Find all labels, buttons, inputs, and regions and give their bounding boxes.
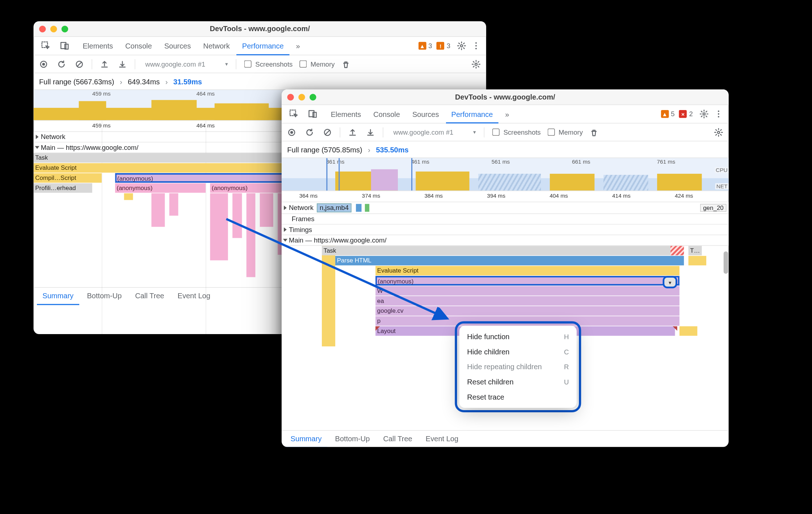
flame-entry-menu-button[interactable] [663,276,677,288]
flame-bar-anonymous-selected[interactable]: (anonymous) [375,276,680,285]
info-badge[interactable]: !3 [437,42,450,50]
tab-call-tree[interactable]: Call Tree [378,430,418,447]
window-zoom-icon[interactable] [310,94,316,101]
menu-hide-children[interactable]: Hide childrenC [459,344,577,359]
flame-bar-ea[interactable]: ea [375,296,680,306]
menu-reset-trace[interactable]: Reset trace [459,389,577,405]
warnings-badge[interactable]: ▲5 [661,110,674,118]
screenshots-toggle[interactable]: Screenshots [242,59,293,69]
overview-net-label: NET [715,183,729,189]
overview-selection-handle[interactable] [326,158,340,191]
tab-elements[interactable]: Elements [325,105,367,123]
flame-bar-task[interactable]: Task [322,246,670,255]
breadcrumb-full[interactable]: Full range (5667.63ms) [39,78,114,86]
flame-bar-w[interactable]: W [375,286,680,295]
flame-bar-evaluate-script[interactable]: Evaluate Script [375,266,680,275]
warnings-badge[interactable]: ▲3 [418,42,432,50]
screenshots-toggle[interactable]: Screenshots [490,127,541,137]
track-timings[interactable]: Timings [282,224,729,235]
window-minimize-icon[interactable] [50,25,57,32]
memory-toggle[interactable]: Memory [297,59,335,69]
errors-badge[interactable]: ×2 [679,110,693,118]
flame-bar-anonymous[interactable]: (anonymous) [115,183,206,193]
tab-console[interactable]: Console [120,37,157,55]
tab-sources[interactable]: Sources [407,105,445,123]
timeline-ruler[interactable]: 364 ms 374 ms 384 ms 394 ms 404 ms 414 m… [282,191,729,202]
window-zoom-icon[interactable] [62,25,68,32]
upload-icon[interactable] [98,57,111,71]
device-toggle-icon[interactable] [306,107,320,121]
breadcrumb-leaf[interactable]: 535.50ms [376,146,408,154]
window-minimize-icon[interactable] [298,94,305,101]
flame-bar-task-short[interactable]: T… [689,246,702,255]
flame-bar[interactable] [689,256,706,265]
disclosure-triangle-icon [284,227,287,232]
tab-summary[interactable]: Summary [285,430,327,447]
settings-icon[interactable] [697,107,711,121]
clear-icon[interactable] [321,126,334,139]
flame-bar-anonymous-selected[interactable]: (anonymous) [115,173,296,182]
memory-label: Memory [559,128,583,136]
tab-console[interactable]: Console [368,105,405,123]
menu-reset-children[interactable]: Reset childrenU [459,374,577,389]
memory-toggle[interactable]: Memory [545,127,583,137]
breadcrumb-mid[interactable]: 649.34ms [128,78,160,86]
network-item-label[interactable]: n,jsa,mb4 [317,203,352,212]
reload-record-icon[interactable] [303,126,316,139]
menu-item-shortcut: U [564,378,569,386]
download-icon[interactable] [364,126,377,139]
tab-event-log[interactable]: Event Log [172,287,216,305]
gc-icon[interactable] [339,57,353,71]
gc-icon[interactable] [587,126,601,139]
tab-summary[interactable]: Summary [37,287,79,305]
track-frames[interactable]: Frames [282,214,729,224]
svg-point-5 [475,45,477,47]
flame-bar-profiling-overhead[interactable]: Profili…erhead [34,183,93,193]
tab-performance[interactable]: Performance [236,37,289,55]
inspect-element-icon[interactable] [39,39,52,52]
download-icon[interactable] [116,57,129,71]
perf-settings-icon[interactable] [470,57,483,71]
overview-minimap[interactable]: 361 ms 461 ms 561 ms 661 ms 761 ms CPU N… [282,157,729,191]
device-toggle-icon[interactable] [58,39,72,52]
window-close-icon[interactable] [287,94,294,101]
tab-call-tree[interactable]: Call Tree [130,287,170,305]
flame-bar-compile-script[interactable]: Compil…Script [34,173,102,182]
record-icon[interactable] [285,126,298,139]
recording-selector[interactable]: www.google.com #1 [141,59,230,69]
settings-icon[interactable] [455,39,468,52]
window-close-icon[interactable] [39,25,46,32]
tab-performance[interactable]: Performance [446,105,498,123]
network-item-right[interactable]: gen_20 [700,204,726,212]
ruler-tick: 364 ms [299,193,318,199]
more-menu-icon[interactable] [712,107,725,121]
tab-bottom-up[interactable]: Bottom-Up [329,430,375,447]
overview-selection-handle[interactable] [411,158,412,191]
flame-bar-parse-html[interactable]: Parse HTML [335,256,684,265]
breadcrumb-leaf[interactable]: 31.59ms [173,78,202,86]
track-main[interactable]: Main — https://www.google.com/ [282,235,729,246]
tab-sources[interactable]: Sources [159,37,196,55]
tab-network[interactable]: Network [198,37,235,55]
inspect-element-icon[interactable] [287,107,300,121]
flame-scrollbar[interactable] [723,246,728,386]
flame-bar[interactable] [680,326,697,336]
record-icon[interactable] [37,57,50,71]
more-menu-icon[interactable] [470,39,483,52]
recording-selector[interactable]: www.google.com #1 [389,127,478,137]
flame-bar-longtask-icon[interactable] [670,246,684,255]
tab-event-log[interactable]: Event Log [420,430,464,447]
upload-icon[interactable] [346,126,359,139]
tab-elements[interactable]: Elements [77,37,119,55]
tab-bottom-up[interactable]: Bottom-Up [81,287,127,305]
tab-more[interactable]: » [290,37,306,55]
flame-bar-google-cv[interactable]: google.cv [375,306,680,316]
tab-more[interactable]: » [500,105,515,123]
menu-hide-function[interactable]: Hide functionH [459,329,577,344]
perf-settings-icon[interactable] [712,126,725,139]
reload-record-icon[interactable] [55,57,68,71]
clear-icon[interactable] [73,57,86,71]
flame-context-menu: Hide functionH Hide childrenC Hide repea… [459,326,577,408]
breadcrumb-full[interactable]: Full range (5705.85ms) [287,146,362,154]
track-network[interactable]: Network n,jsa,mb4 gen_20 [282,202,729,214]
